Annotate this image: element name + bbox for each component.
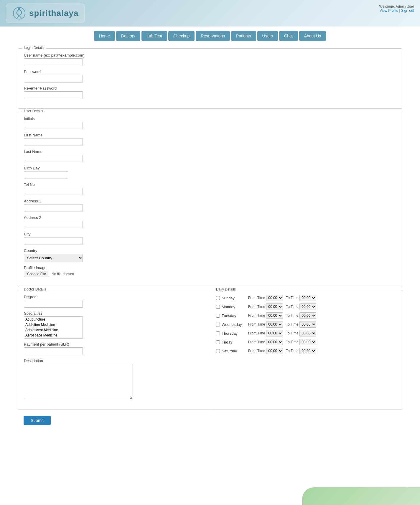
password-input[interactable] — [24, 75, 83, 82]
to-time-tuesday[interactable]: 00:0012:0018:00 — [299, 312, 316, 319]
to-time-monday[interactable]: 00:0012:0014:0018:00 — [299, 303, 316, 310]
profile-image-row: Profile Image Choose File No file chosen — [24, 265, 396, 277]
day-thursday: Thursday — [222, 331, 248, 336]
from-time-friday[interactable]: 00:0008:0009:00 — [266, 339, 283, 345]
country-select[interactable]: Select Country United States United King… — [24, 254, 83, 262]
profile-image-label: Profile Image — [24, 265, 396, 270]
birthday-input[interactable] — [24, 171, 68, 179]
to-time-sunday[interactable]: 00:0001:0008:0010:0012:0014:0016:0018:00… — [299, 295, 316, 301]
city-row: City — [24, 232, 396, 245]
checkbox-friday[interactable] — [216, 340, 220, 344]
to-time-label-thursday: To Time — [286, 331, 298, 335]
degree-input[interactable] — [24, 300, 83, 308]
schedule-row-wednesday: Wednesday From Time 00:0008:0009:00 To T… — [216, 321, 396, 328]
address1-input[interactable] — [24, 204, 83, 212]
password-row: Password — [24, 70, 396, 82]
nav-home[interactable]: Home — [94, 31, 115, 41]
doctor-section-title: Doctor Details — [22, 287, 47, 291]
sign-out-link[interactable]: Sign out — [401, 9, 414, 13]
tel-row: Tel No — [24, 182, 396, 195]
file-input-row: Choose File No file chosen — [24, 271, 396, 277]
day-friday: Friday — [222, 340, 248, 344]
first-name-input[interactable] — [24, 138, 83, 146]
from-time-sunday[interactable]: 00:0001:0002:0006:0008:0009:0010:0012:00… — [266, 295, 283, 301]
daily-section-title: Daily Details — [215, 287, 237, 291]
from-time-label-saturday: From Time — [248, 349, 265, 353]
checkbox-tuesday[interactable] — [216, 314, 220, 318]
specialties-row: Specialties Acupuncture Addiction Medici… — [24, 311, 204, 339]
city-input[interactable] — [24, 237, 83, 245]
day-sunday: Sunday — [222, 296, 248, 300]
from-time-label-thursday: From Time — [248, 331, 265, 335]
schedule-row-monday: Monday From Time 00:0008:0009:0010:00 To… — [216, 303, 396, 310]
svg-point-1 — [18, 8, 20, 10]
to-time-saturday[interactable]: 00:0012:0018:00 — [299, 348, 316, 354]
login-section-title: Login Details — [22, 46, 46, 50]
to-time-friday[interactable]: 00:0012:0018:00 — [299, 339, 316, 345]
first-name-row: First Name — [24, 133, 396, 146]
checkbox-sunday[interactable] — [216, 296, 220, 300]
choose-file-button[interactable]: Choose File — [24, 271, 49, 277]
description-row: Description — [24, 359, 204, 400]
tel-input[interactable] — [24, 188, 83, 195]
nav-users[interactable]: Users — [257, 31, 278, 41]
nav-lab-test[interactable]: Lab Test — [141, 31, 167, 41]
view-profile-link[interactable]: View Profile — [380, 9, 398, 13]
schedule-row-sunday: Sunday From Time 00:0001:0002:0006:0008:… — [216, 295, 396, 301]
nav-doctors[interactable]: Doctors — [116, 31, 140, 41]
country-label: Country — [24, 248, 396, 253]
from-time-monday[interactable]: 00:0008:0009:0010:00 — [266, 303, 283, 310]
to-time-label-wednesday: To Time — [286, 322, 298, 326]
checkbox-saturday[interactable] — [216, 349, 220, 353]
reenter-password-input[interactable] — [24, 91, 83, 99]
specialty-option: Aerospace Medicine — [24, 333, 83, 338]
no-file-label: No file chosen — [52, 272, 74, 276]
nav-chat[interactable]: Chat — [279, 31, 298, 41]
birthday-row: Birth Day — [24, 166, 396, 179]
to-time-thursday[interactable]: 00:0012:0018:00 — [299, 330, 316, 336]
nav-checkup[interactable]: Checkup — [168, 31, 195, 41]
logo-text: spirithalaya — [29, 9, 79, 18]
payment-input[interactable] — [24, 347, 83, 355]
address2-row: Address 2 — [24, 215, 396, 228]
from-time-label-tuesday: From Time — [248, 313, 265, 318]
from-time-label-friday: From Time — [248, 340, 265, 344]
last-name-input[interactable] — [24, 155, 83, 162]
username-input[interactable] — [24, 58, 83, 66]
payment-label: Payment per patient (SLR) — [24, 342, 204, 346]
day-tuesday: Tuesday — [222, 313, 248, 318]
submit-button[interactable]: Submit — [24, 416, 51, 425]
from-time-thursday[interactable]: 00:0008:0009:00 — [266, 330, 283, 336]
to-time-wednesday[interactable]: 00:0012:0018:00 — [299, 321, 316, 328]
day-wednesday: Wednesday — [222, 322, 248, 327]
from-time-tuesday[interactable]: 00:0008:0009:00 — [266, 312, 283, 319]
specialty-option: Acupuncture — [24, 317, 83, 322]
from-time-wednesday[interactable]: 00:0008:0009:00 — [266, 321, 283, 328]
reenter-password-row: Re-enter Password — [24, 86, 396, 99]
specialty-option: Allergy and Immunology — [24, 338, 83, 339]
main-content: Login Details User name (ex: pat@example… — [0, 45, 420, 437]
specialties-listbox[interactable]: Acupuncture Addiction Medicine Adolescen… — [24, 316, 83, 339]
schedule-row-thursday: Thursday From Time 00:0008:0009:00 To Ti… — [216, 330, 396, 336]
from-time-saturday[interactable]: 00:0008:0009:00 — [266, 348, 283, 354]
to-time-label-saturday: To Time — [286, 349, 298, 353]
description-textarea[interactable] — [24, 364, 133, 399]
header: spirithalaya Welcome, Admin User View Pr… — [0, 0, 420, 27]
checkbox-thursday[interactable] — [216, 331, 220, 335]
welcome-text: Welcome, Admin User — [379, 4, 414, 9]
user-info: Welcome, Admin User View Profile | Sign … — [379, 4, 414, 13]
birthday-label: Birth Day — [24, 166, 396, 170]
checkbox-monday[interactable] — [216, 305, 220, 309]
checkbox-wednesday[interactable] — [216, 323, 220, 326]
nav-about-us[interactable]: About Us — [299, 31, 326, 41]
last-name-row: Last Name — [24, 149, 396, 162]
initials-label: Initials — [24, 116, 396, 121]
login-details-section: Login Details User name (ex: pat@example… — [18, 48, 402, 109]
initials-input[interactable] — [24, 122, 83, 129]
day-monday: Monday — [222, 305, 248, 309]
nav-reservations[interactable]: Reservations — [196, 31, 230, 41]
nav-patients[interactable]: Patients — [231, 31, 256, 41]
schedule-row-saturday: Saturday From Time 00:0008:0009:00 To Ti… — [216, 348, 396, 354]
last-name-label: Last Name — [24, 149, 396, 154]
address2-input[interactable] — [24, 221, 83, 228]
